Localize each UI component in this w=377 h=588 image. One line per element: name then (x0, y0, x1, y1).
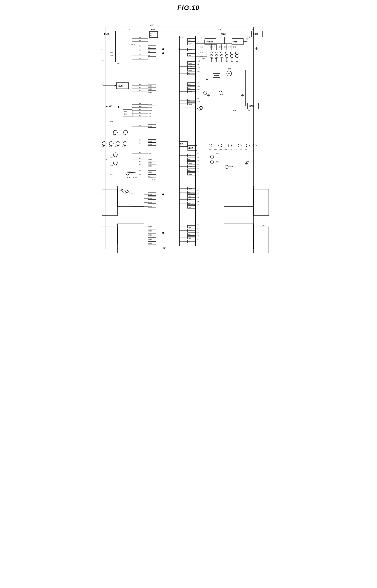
n970-label: 970 (139, 164, 141, 166)
n985-label: 985 (197, 228, 200, 230)
hsdi-1032-label: HSDI (148, 226, 152, 228)
gnd-sym-944 (215, 60, 218, 62)
circle-926 (211, 155, 214, 158)
n951-label: 951 (139, 40, 141, 41)
n949-label: 949 (233, 46, 236, 48)
n940-label: ~940 (227, 68, 231, 70)
n36-label: 36 (102, 83, 103, 85)
circle-925 (211, 160, 214, 163)
gnd-sym-949 (236, 60, 238, 62)
comp-945b (220, 55, 223, 58)
ps-label: PS (150, 35, 152, 36)
comp-946b (225, 55, 228, 58)
n34-label: 34 (201, 36, 202, 38)
hsdi-277-label: HSDI (188, 73, 191, 74)
triangle-915 (126, 173, 130, 176)
gnd-sym-946 (225, 60, 228, 62)
n9720-text: 9720 (150, 177, 154, 178)
n906-label: 906 (110, 121, 113, 123)
n998-label: 998 (188, 148, 190, 150)
circuit-diagram: text { font-family: Arial, sans-serif; f… (99, 16, 278, 574)
n955-label: 955 (139, 57, 141, 59)
svg-rect-125 (254, 189, 269, 216)
n37-label: 37 (219, 28, 221, 30)
svg-rect-122 (224, 224, 254, 244)
n995-label: 995 (197, 160, 200, 162)
hsdo-330-label: HSDO (188, 84, 192, 85)
sdm-label: SDM (221, 33, 225, 35)
hsdi-892-label: HSDI (148, 198, 152, 199)
n23-label: 23 (248, 109, 250, 111)
circle-924 (225, 165, 228, 169)
n936-label: 936 (245, 148, 247, 150)
hsdi-1092-label: HSDI (148, 238, 152, 240)
n984-label: 984 (197, 231, 200, 233)
n901-label: 901 (110, 52, 113, 54)
hsdi-932-label: HSDI (148, 206, 152, 207)
phone-label: Phone (207, 41, 213, 43)
svg-rect-120 (118, 224, 144, 244)
junction-8 (195, 232, 196, 234)
n8-label: 8 (129, 29, 130, 31)
hsdo-430-label: HSDO (148, 104, 153, 105)
hsdo-702-label: HSDO (148, 159, 153, 161)
hsdi-872-label: HSDI (148, 194, 152, 195)
n939-label: ~939 (241, 93, 245, 95)
n934-label: 934 (235, 148, 237, 150)
n966-label: 966 (139, 142, 141, 144)
n964-label: 964 (139, 124, 141, 126)
n959-label: 959 (139, 103, 141, 104)
n924-label: ~924 (229, 165, 233, 167)
n996-label: 996 (197, 156, 200, 158)
circle-938 (219, 91, 222, 94)
hsdo-260-label: HSDO (188, 69, 192, 71)
circle-935 (246, 144, 249, 147)
hsdo-1069-label: HSDO (188, 234, 192, 235)
n935-label: 935 (240, 148, 243, 150)
ai-475-label: AI (149, 113, 151, 115)
cpu-label: CPU (180, 143, 184, 145)
hsdi-881-label: HSDI (188, 196, 191, 197)
hsdo-160-label: HSDO (188, 49, 192, 51)
feed-text: FEED (131, 172, 136, 173)
junction-1 (162, 48, 164, 50)
n954-label: 954 (139, 53, 141, 55)
comp-946 (225, 52, 228, 55)
n986-label: 986 (197, 224, 200, 226)
ai-782-label: AI (148, 175, 150, 177)
hsdi-1087-label: HSDI (188, 237, 191, 239)
node-916-2a (127, 190, 128, 191)
n914-label: 914 (110, 164, 113, 166)
gnd-sym-945 (220, 60, 223, 62)
circle-910 (109, 141, 113, 146)
hsdo-732-label: HSDO (148, 165, 153, 167)
comp-944b (215, 55, 218, 58)
n9110-label: 9110 (200, 51, 203, 53)
n931-label: 931 (219, 148, 222, 150)
junction-4 (195, 90, 196, 92)
n968-label: 968 (139, 158, 141, 160)
n904-label: 904 (118, 63, 120, 65)
circle-911 (116, 141, 120, 146)
svg-rect-67 (148, 115, 156, 118)
n990-label: 990 (197, 193, 200, 195)
n988-label: 988 (197, 200, 200, 202)
comp-945 (220, 52, 223, 55)
n963-label: 963 (139, 115, 141, 116)
circle-908 (123, 130, 128, 134)
hsdo-350-label: HSDO (188, 88, 192, 89)
n9107-label: 9107 (197, 64, 200, 65)
n944-label: 944 (214, 46, 217, 48)
node-916-1b (126, 194, 127, 195)
n9111-label: 9111 (200, 46, 203, 48)
node-948 (246, 38, 247, 40)
n994-label: 994 (197, 164, 200, 165)
hsdo-1052-label: HSDO (148, 230, 153, 232)
n4-label: 4 (102, 48, 103, 50)
n969-label: 969 (139, 161, 141, 163)
n946-label: 946 (224, 46, 227, 48)
n956-label: 956 (139, 84, 141, 85)
n9102-label: 9102 (197, 89, 200, 91)
hsdo-9112-label: HSDO (188, 40, 192, 41)
hsdi-1105-label: HSDI (188, 241, 191, 242)
